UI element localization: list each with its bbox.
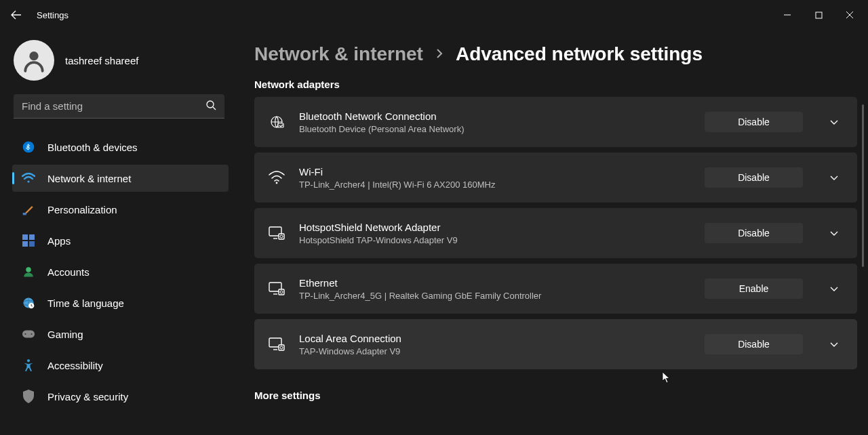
svg-point-5 — [207, 101, 214, 108]
adapter-title: Ethernet — [299, 277, 691, 289]
maximize-button[interactable] — [803, 4, 834, 26]
chevron-down-icon[interactable] — [821, 164, 848, 191]
sidebar-item-label: Personalization — [47, 204, 117, 215]
svg-point-8 — [27, 180, 29, 182]
sidebar-item-network-internet[interactable]: Network & internet — [12, 165, 229, 192]
adapter-action-button[interactable]: Disable — [705, 167, 803, 188]
sidebar-item-label: Time & language — [47, 297, 124, 309]
sidebar-item-personalization[interactable]: Personalization — [12, 196, 229, 223]
adapter-title: Local Area Connection — [299, 333, 691, 345]
titlebar: Settings — [0, 0, 868, 30]
profile-name: tashreef shareef — [65, 55, 138, 66]
svg-point-19 — [24, 333, 26, 335]
svg-rect-35 — [279, 345, 284, 350]
chevron-down-icon[interactable] — [821, 220, 848, 247]
sidebar-item-label: Bluetooth & devices — [47, 142, 138, 153]
sidebar-item-privacy-security[interactable]: Privacy & security — [12, 383, 229, 410]
breadcrumb-current: Advanced network settings — [456, 43, 703, 65]
sidebar-item-time-language[interactable]: Time & language — [12, 289, 229, 316]
chevron-down-icon[interactable] — [821, 108, 848, 136]
apps-icon — [22, 234, 35, 247]
gamepad-icon — [22, 327, 35, 341]
adapter-card-bluetooth[interactable]: Bluetooth Network Connection Bluetooth D… — [254, 97, 857, 147]
svg-point-24 — [276, 182, 278, 184]
sidebar-item-label: Network & internet — [47, 173, 131, 184]
monitor-icon — [268, 224, 285, 242]
person-icon — [22, 265, 35, 278]
sidebar-item-label: Gaming — [47, 329, 83, 340]
svg-point-20 — [31, 333, 32, 335]
svg-rect-11 — [29, 234, 35, 240]
sidebar-item-apps[interactable]: Apps — [12, 227, 229, 254]
svg-rect-27 — [279, 234, 284, 239]
search-box[interactable] — [14, 94, 224, 119]
svg-rect-13 — [29, 241, 35, 247]
search-icon — [205, 100, 216, 113]
sidebar: tashreef shareef Bluetooth & devices Net… — [0, 30, 234, 435]
nav-list: Bluetooth & devices Network & internet P… — [12, 133, 229, 410]
back-button[interactable] — [3, 0, 30, 30]
bluetooth-icon — [22, 140, 35, 154]
svg-rect-1 — [816, 12, 822, 18]
avatar — [14, 40, 54, 81]
sidebar-item-accounts[interactable]: Accounts — [12, 258, 229, 285]
adapter-card-wifi[interactable]: Wi-Fi TP-Link_Archer4 | Intel(R) Wi-Fi 6… — [254, 152, 857, 203]
adapter-card-lan[interactable]: Local Area Connection TAP-Windows Adapte… — [254, 319, 857, 369]
chevron-down-icon[interactable] — [821, 275, 848, 302]
svg-rect-18 — [22, 331, 35, 338]
sidebar-item-label: Apps — [47, 235, 71, 247]
wifi-icon — [268, 169, 285, 186]
sidebar-item-label: Accounts — [47, 266, 90, 278]
adapter-action-button[interactable]: Disable — [705, 223, 803, 243]
minimize-button[interactable] — [772, 4, 803, 26]
sidebar-item-gaming[interactable]: Gaming — [12, 320, 229, 348]
adapter-subtitle: TAP-Windows Adapter V9 — [299, 346, 691, 356]
adapter-subtitle: HotspotShield TAP-Windows Adapter V9 — [299, 235, 691, 245]
svg-point-14 — [26, 267, 31, 272]
adapter-subtitle: TP-Link_Archer4 | Intel(R) Wi-Fi 6 AX200… — [299, 180, 691, 190]
scrollbar[interactable] — [862, 104, 864, 267]
svg-rect-12 — [22, 241, 28, 247]
svg-rect-9 — [23, 213, 26, 215]
section-title-adapters: Network adapters — [254, 79, 857, 90]
adapter-subtitle: TP-Link_Archer4_5G | Realtek Gaming GbE … — [299, 291, 691, 301]
svg-rect-10 — [22, 234, 28, 240]
svg-point-4 — [29, 51, 38, 60]
breadcrumb: Network & internet Advanced network sett… — [254, 43, 857, 65]
monitor-icon — [268, 335, 285, 353]
shield-icon — [22, 390, 35, 403]
profile-block[interactable]: tashreef shareef — [12, 40, 229, 81]
accessibility-icon — [22, 358, 35, 372]
svg-line-6 — [213, 107, 216, 110]
chevron-down-icon[interactable] — [821, 331, 848, 358]
search-input[interactable] — [22, 100, 205, 112]
adapter-card-hotspotshield[interactable]: HotspotShield Network Adapter HotspotShi… — [254, 208, 857, 258]
sidebar-item-label: Privacy & security — [47, 391, 128, 402]
adapter-action-button[interactable]: Enable — [705, 278, 803, 299]
chevron-right-icon — [435, 47, 443, 62]
main-content: Network & internet Advanced network sett… — [234, 30, 868, 435]
adapter-title: Wi-Fi — [299, 166, 691, 178]
breadcrumb-parent[interactable]: Network & internet — [254, 43, 423, 65]
monitor-icon — [268, 280, 285, 297]
window-controls — [772, 4, 865, 26]
section-title-more: More settings — [254, 390, 857, 401]
sidebar-item-accessibility[interactable]: Accessibility — [12, 352, 229, 379]
adapter-subtitle: Bluetooth Device (Personal Area Network) — [299, 124, 691, 134]
close-button[interactable] — [834, 4, 865, 26]
adapter-action-button[interactable]: Disable — [705, 112, 803, 132]
sidebar-item-label: Accessibility — [47, 360, 103, 371]
wifi-icon — [22, 171, 35, 185]
adapter-action-button[interactable]: Disable — [705, 334, 803, 354]
adapter-title: HotspotShield Network Adapter — [299, 222, 691, 234]
svg-rect-31 — [279, 289, 284, 295]
svg-point-21 — [27, 359, 30, 362]
globe-icon — [22, 296, 35, 310]
window-title: Settings — [37, 10, 68, 20]
brush-icon — [22, 203, 35, 216]
adapter-card-ethernet[interactable]: Ethernet TP-Link_Archer4_5G | Realtek Ga… — [254, 264, 857, 314]
globe-network-icon — [268, 113, 285, 131]
adapter-title: Bluetooth Network Connection — [299, 110, 691, 123]
sidebar-item-bluetooth-devices[interactable]: Bluetooth & devices — [12, 133, 229, 161]
